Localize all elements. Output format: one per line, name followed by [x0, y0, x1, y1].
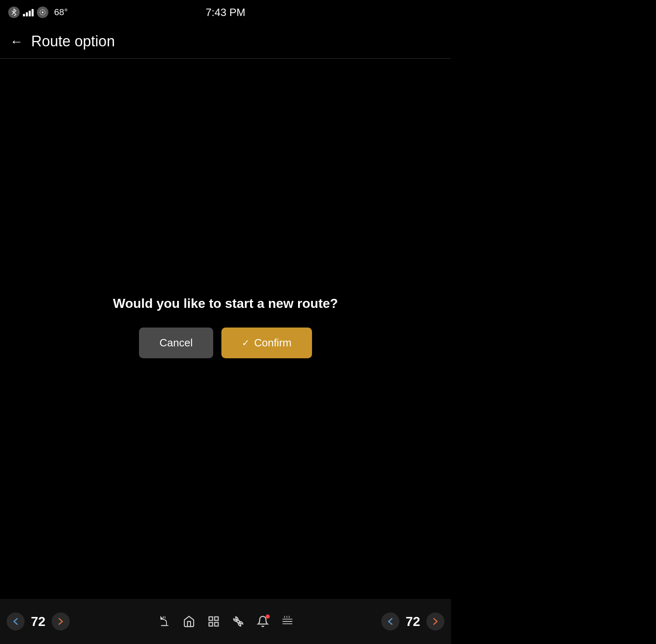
main-content: Would you like to start a new route? Can…: [0, 59, 451, 596]
status-time: 7:43 PM: [206, 6, 246, 19]
svg-rect-3: [209, 623, 213, 626]
left-temp-control: 72: [7, 612, 70, 630]
svg-rect-2: [215, 617, 219, 621]
right-temp-decrease[interactable]: [381, 612, 399, 630]
right-temp-value: 72: [403, 614, 423, 629]
fan-icon[interactable]: [232, 615, 244, 628]
rear-defrost-icon[interactable]: [281, 615, 294, 628]
status-left: 68°: [8, 7, 68, 18]
settings-icon[interactable]: [37, 7, 48, 18]
home-icon[interactable]: [183, 615, 195, 628]
nav-header: ← Route option: [0, 25, 451, 58]
status-temperature: 68°: [54, 7, 68, 18]
left-temp-increase[interactable]: [52, 612, 70, 630]
grid-icon[interactable]: [207, 615, 220, 628]
cancel-button[interactable]: Cancel: [139, 328, 213, 358]
bottom-icons: [70, 615, 381, 628]
confirm-button[interactable]: ✓ Confirm: [221, 328, 312, 358]
notification-bell-icon[interactable]: [257, 615, 269, 628]
svg-rect-4: [215, 623, 219, 626]
svg-rect-1: [209, 617, 213, 621]
svg-point-0: [160, 617, 163, 620]
confirm-label: Confirm: [254, 337, 292, 349]
status-bar: 68° 7:43 PM: [0, 0, 451, 25]
check-icon: ✓: [242, 338, 249, 348]
svg-point-5: [237, 620, 239, 623]
left-temp-value: 72: [28, 614, 48, 629]
dialog-question: Would you like to start a new route?: [113, 296, 338, 311]
signal-icon: [23, 8, 34, 16]
notification-dot: [266, 614, 270, 619]
right-temp-control: 72: [381, 612, 444, 630]
back-button[interactable]: ←: [10, 34, 23, 49]
seat-heat-icon[interactable]: [157, 615, 171, 628]
page-title: Route option: [31, 33, 115, 50]
bottom-bar: 72: [0, 599, 451, 644]
left-temp-decrease[interactable]: [7, 612, 25, 630]
right-temp-increase[interactable]: [426, 612, 444, 630]
bluetooth-icon: [8, 7, 20, 18]
dialog-buttons: Cancel ✓ Confirm: [139, 328, 312, 358]
